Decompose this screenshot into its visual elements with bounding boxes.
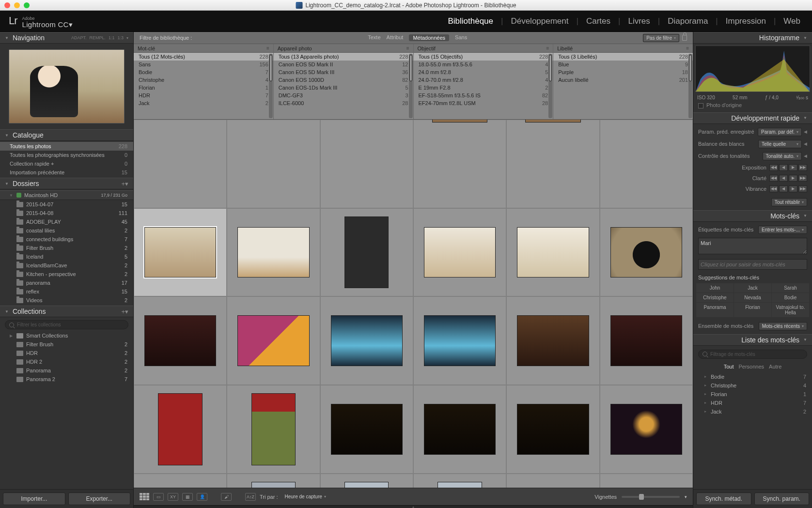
add-folder-button[interactable]: +▾ (121, 180, 128, 187)
metadata-row[interactable]: ILCE-600028 (274, 99, 413, 107)
metadata-row[interactable]: Blue9 (553, 61, 693, 68)
metadata-row[interactable]: EF24-70mm f/2.8L USM28 (414, 99, 553, 107)
grid-thumb[interactable] (432, 120, 487, 123)
view-grid-icon[interactable] (140, 493, 149, 501)
folder-row[interactable]: Iceland5 (0, 252, 133, 261)
column-menu-icon[interactable]: ≡ (406, 46, 409, 51)
nav-mode-1to1[interactable]: 1:1 (109, 35, 115, 40)
collection-row[interactable]: Panorama 27 (0, 375, 133, 384)
vibrance-inc[interactable]: ▶ (789, 185, 797, 192)
sort-criteria-dropdown[interactable]: Heure de capture (282, 493, 329, 500)
grid-thumb[interactable] (517, 227, 589, 278)
metadata-row[interactable]: 24.0 mm f/2.85 (414, 68, 553, 76)
vibrance-inc2[interactable]: ▶▶ (798, 185, 807, 192)
collection-row[interactable]: HDR2 (0, 349, 133, 357)
grid-thumb[interactable] (237, 227, 309, 278)
grid-thumb-selected[interactable] (144, 227, 216, 278)
import-button[interactable]: Importer... (3, 493, 65, 505)
module-book[interactable]: Livres (625, 16, 653, 26)
catalog-item[interactable]: Toutes les photographies synchronisées0 (0, 151, 133, 159)
grid-thumb[interactable] (424, 315, 496, 366)
folder-row[interactable]: Videos2 (0, 296, 133, 305)
folders-header[interactable]: ▼Dossiers +▾ (0, 178, 133, 189)
view-loupe-icon[interactable]: ▭ (153, 493, 164, 501)
metadata-row[interactable]: 18.0-55.0 mm f/3.5-5.64 (414, 61, 553, 68)
collection-row[interactable]: Filter Brush2 (0, 340, 133, 349)
filter-tab-text[interactable]: Texte (368, 34, 380, 41)
thumbnail-size-slider[interactable] (622, 496, 680, 498)
module-slideshow[interactable]: Diaporama (665, 16, 711, 26)
clarity-inc[interactable]: ▶ (789, 175, 797, 182)
folder-row[interactable]: panorama17 (0, 278, 133, 287)
module-develop[interactable]: Développement (508, 16, 571, 26)
grid-thumb[interactable] (344, 216, 389, 288)
folder-row[interactable]: ADOBE_PLAY45 (0, 217, 133, 226)
add-collection-button[interactable]: +▾ (121, 308, 128, 315)
kw-tab-people[interactable]: Personnes (738, 364, 764, 369)
keywording-header[interactable]: Mots-clés▼ (693, 210, 812, 222)
vibrance-dec2[interactable]: ◀◀ (769, 185, 778, 192)
grid-thumb[interactable] (144, 315, 216, 366)
grid-thumb[interactable] (517, 315, 589, 366)
chevron-left-icon[interactable]: ◀ (804, 154, 807, 158)
metadata-row[interactable]: Jack2 (134, 99, 273, 107)
window-minimize-button[interactable] (14, 2, 20, 8)
folder-row[interactable]: Kitchen - perspective2 (0, 270, 133, 278)
kw-tab-all[interactable]: Tout (724, 364, 734, 369)
collection-row[interactable]: Panorama2 (0, 366, 133, 375)
keyword-list-row[interactable]: ▸Bodie7 (693, 372, 812, 381)
module-web[interactable]: Web (781, 16, 803, 26)
navigator-header[interactable]: ▼Navigation ADAPT. REMPL. 1:1 1:3 ▾ (0, 32, 133, 44)
grid-thumb[interactable] (610, 404, 682, 455)
folder-row[interactable]: 2015-04-08111 (0, 209, 133, 217)
grid-thumb[interactable] (158, 393, 202, 465)
vibrance-dec[interactable]: ◀ (779, 185, 788, 192)
painter-tool-icon[interactable]: 🖌 (221, 493, 232, 501)
keyword-suggestion[interactable]: Christophe (696, 293, 734, 302)
export-button[interactable]: Exporter... (68, 493, 131, 505)
app-name-dropdown[interactable]: Lightroom CC▾ (22, 21, 73, 28)
view-people-icon[interactable]: 👤 (197, 493, 207, 501)
window-close-button[interactable] (4, 2, 10, 8)
keyword-suggestion[interactable]: John (696, 283, 734, 292)
sync-metadata-button[interactable]: Synch. métad. (696, 493, 751, 505)
scrollbar[interactable] (688, 54, 692, 118)
keyword-list-row[interactable]: ▸Christophe4 (693, 381, 812, 390)
original-photo-checkbox[interactable] (698, 103, 703, 108)
catalog-item[interactable]: Toutes les photos228 (0, 142, 133, 151)
metadata-column-header[interactable]: Appareil photo≡ (274, 44, 413, 53)
histogram-header[interactable]: Histogramme▼ (693, 32, 812, 44)
metadata-row[interactable]: Canon EOS 5D Mark III36 (274, 68, 413, 76)
lock-icon[interactable] (682, 35, 687, 41)
nav-mode-fit[interactable]: ADAPT. (71, 35, 87, 40)
metadata-row[interactable]: Canon EOS 1000D82 (274, 76, 413, 84)
folder-row[interactable]: 2015-04-0715 (0, 200, 133, 209)
keyword-set-dropdown[interactable]: Mots-clés récents (759, 322, 807, 330)
grid-thumb[interactable] (610, 315, 682, 366)
folder-row[interactable]: coastal lilies2 (0, 226, 133, 235)
folder-row[interactable]: reflex15 (0, 287, 133, 296)
clarity-dec[interactable]: ◀ (779, 175, 788, 182)
keyword-suggestion[interactable]: Vatnajokul to. Hella (772, 303, 809, 317)
exposure-inc[interactable]: ▶ (789, 164, 797, 171)
metadata-row[interactable]: Bodie7 (134, 68, 273, 76)
keyword-entry-input[interactable] (698, 259, 807, 270)
keyword-suggestion[interactable]: Panorama (696, 303, 734, 317)
collections-header[interactable]: ▼Collections +▾ (0, 306, 133, 317)
metadata-row[interactable]: DMC-GF33 (274, 92, 413, 99)
grid-thumb[interactable] (251, 393, 296, 465)
catalog-item[interactable]: Collection rapide +0 (0, 159, 133, 168)
metadata-row[interactable]: Tous (3 Libellés)228 (553, 53, 693, 61)
metadata-column-header[interactable]: Objectif≡ (414, 44, 553, 53)
metadata-row[interactable]: Tous (13 Appareils photo)228 (274, 53, 413, 61)
column-menu-icon[interactable]: ≡ (266, 46, 269, 51)
keyword-textarea[interactable] (698, 238, 807, 254)
metadata-row[interactable]: Canon EOS 5D Mark II12 (274, 61, 413, 68)
grid-thumb[interactable] (610, 227, 682, 278)
sync-settings-button[interactable]: Synch. param. (754, 493, 810, 505)
filter-tab-none[interactable]: Sans (455, 34, 467, 41)
chevron-left-icon[interactable]: ◀ (804, 129, 807, 134)
keyword-suggestion[interactable]: Nevada (734, 293, 771, 302)
grid-thumb[interactable] (344, 482, 389, 488)
metadata-column-header[interactable]: Libellé≡ (553, 44, 693, 53)
